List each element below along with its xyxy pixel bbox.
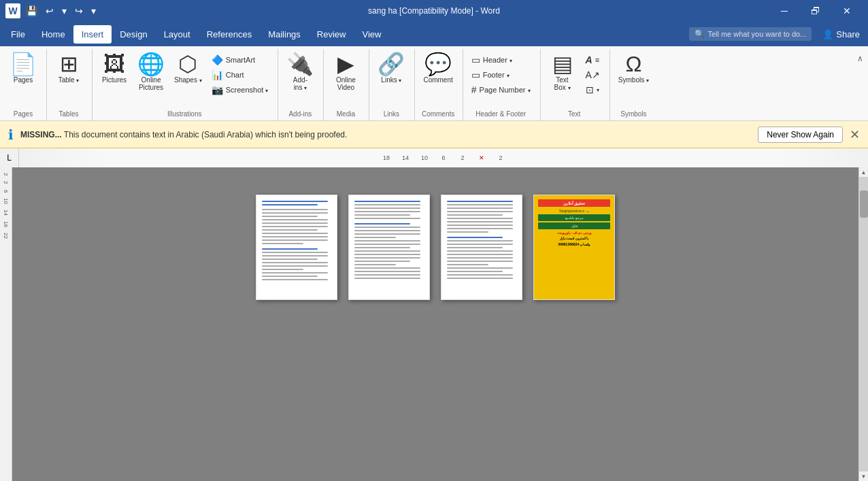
pages-items: 📄 Pages xyxy=(5,50,41,109)
pages-button[interactable]: 📄 Pages xyxy=(5,50,41,105)
addins-label: Add-ins ▾ xyxy=(293,76,307,91)
chart-button[interactable]: 📊 Chart xyxy=(207,68,273,82)
pictures-label: Pictures xyxy=(102,76,127,84)
never-show-again-button[interactable]: Never Show Again xyxy=(758,127,843,143)
share-button[interactable]: 👤 Share xyxy=(817,27,865,42)
shapes-label: Shapes ▾ xyxy=(174,76,202,84)
horizontal-ruler: 18 14 10 6 2 ✕ 2 xyxy=(19,148,868,167)
menu-home[interactable]: Home xyxy=(33,25,73,44)
document-content[interactable]: تحقیق آنلاین Tahghighonline.ir 🐱 مرجع دا… xyxy=(12,167,858,481)
page-number-icon: # xyxy=(471,84,477,95)
notification-message: This document contains text in Arabic (S… xyxy=(64,130,348,139)
addins-button[interactable]: 🔌 Add-ins ▾ xyxy=(282,50,318,105)
tell-me-search[interactable]: 🔍 Tell me what you want to do... xyxy=(689,27,812,41)
vertical-scrollbar[interactable]: ▲ ▼ xyxy=(858,167,868,481)
addins-icon: 🔌 xyxy=(286,53,314,75)
object-button[interactable]: ⊡ ▾ xyxy=(582,83,604,97)
comments-items: 💬 Comment xyxy=(419,50,456,109)
ruler-row: L 18 14 10 6 2 ✕ 2 xyxy=(0,148,868,167)
screenshot-icon: 📷 xyxy=(212,84,223,95)
undo-button[interactable]: ↩ xyxy=(43,4,56,18)
screenshot-button[interactable]: 📷 Screenshot ▾ xyxy=(207,83,273,97)
minimize-button[interactable]: ─ xyxy=(769,0,800,22)
redo-button[interactable]: ↪ xyxy=(72,4,86,18)
page-number-label: Page Number ▾ xyxy=(480,86,531,94)
online-video-icon: ▶ xyxy=(337,53,354,75)
dropcap-button[interactable]: A↗ xyxy=(582,68,604,82)
object-drop: ▾ xyxy=(597,87,599,93)
menu-review[interactable]: Review xyxy=(309,25,354,44)
hf-col: ▭ Header ▾ ▭ Footer ▾ # Page Number ▾ xyxy=(467,50,535,97)
notification-close-button[interactable]: ✕ xyxy=(850,127,860,142)
wordart-button[interactable]: A ≡ xyxy=(582,53,604,67)
menu-mailings[interactable]: Mailings xyxy=(260,25,309,44)
tables-items: ⊞ Table ▾ xyxy=(51,50,86,109)
scroll-down-button[interactable]: ▼ xyxy=(859,471,869,481)
ribbon-group-addins: 🔌 Add-ins ▾ Add-ins xyxy=(280,49,324,120)
links-group-label: Links xyxy=(373,109,409,120)
menu-file[interactable]: File xyxy=(3,25,33,44)
smartart-icon: 🔷 xyxy=(212,54,223,65)
ribbon-group-illustrations: 🖼 Pictures 🌐 OnlinePictures ⬡ Shapes ▾ 🔷… xyxy=(94,49,278,120)
window-title: sang ha [Compatibility Mode] - Word xyxy=(0,6,868,16)
pages-icon: 📄 xyxy=(10,53,37,75)
online-video-button[interactable]: ▶ OnlineVideo xyxy=(328,50,363,105)
search-placeholder: Tell me what you want to do... xyxy=(707,30,806,38)
tab-selector[interactable]: L xyxy=(0,148,19,167)
menu-design[interactable]: Design xyxy=(112,25,155,44)
header-footer-items: ▭ Header ▾ ▭ Footer ▾ # Page Number ▾ xyxy=(467,50,535,109)
shapes-button[interactable]: ⬡ Shapes ▾ xyxy=(170,50,206,105)
footer-label: Footer ▾ xyxy=(483,71,510,79)
page-3-thumbnail[interactable] xyxy=(441,195,522,300)
textbox-button[interactable]: ▤ TextBox ▾ xyxy=(545,50,580,105)
ribbon-collapse-button[interactable]: ∧ xyxy=(854,53,865,64)
scroll-thumb[interactable] xyxy=(860,190,868,218)
illustrations-items: 🖼 Pictures 🌐 OnlinePictures ⬡ Shapes ▾ 🔷… xyxy=(97,50,272,109)
close-button[interactable]: ✕ xyxy=(831,0,863,22)
menu-view[interactable]: View xyxy=(354,25,389,44)
restore-button[interactable]: 🗗 xyxy=(800,0,831,22)
quick-access-toolbar: W 💾 ↩ ▾ ↪ ▾ xyxy=(5,3,99,18)
header-button[interactable]: ▭ Header ▾ xyxy=(467,53,535,67)
ribbon: 📄 Pages Pages ⊞ Table ▾ Tables 🖼 Picture… xyxy=(0,46,868,121)
online-pictures-button[interactable]: 🌐 OnlinePictures xyxy=(133,50,169,105)
window-controls: ─ 🗗 ✕ xyxy=(769,0,863,22)
customize-dropdown[interactable]: ▾ xyxy=(88,4,99,18)
symbols-button[interactable]: Ω Symbols ▾ xyxy=(614,50,653,105)
online-pictures-label: OnlinePictures xyxy=(139,76,163,91)
ruler-numbers: 18 14 10 6 2 ✕ 2 xyxy=(24,154,863,161)
notification-bar: ℹ MISSING... This document contains text… xyxy=(0,121,868,148)
smartart-label: SmartArt xyxy=(226,56,255,64)
scroll-up-button[interactable]: ▲ xyxy=(859,167,869,177)
title-bar: W 💾 ↩ ▾ ↪ ▾ sang ha [Compatibility Mode]… xyxy=(0,0,868,22)
ribbon-group-comments: 💬 Comment Comments xyxy=(416,49,463,120)
save-button[interactable]: 💾 xyxy=(23,4,40,18)
footer-button[interactable]: ▭ Footer ▾ xyxy=(467,68,535,82)
table-button[interactable]: ⊞ Table ▾ xyxy=(51,50,86,105)
page-2-thumbnail[interactable] xyxy=(348,195,430,300)
page-number-button[interactable]: # Page Number ▾ xyxy=(467,83,535,97)
undo-dropdown[interactable]: ▾ xyxy=(59,4,69,18)
scroll-track[interactable] xyxy=(859,177,869,471)
menu-insert[interactable]: Insert xyxy=(73,25,112,44)
notification-prefix: MISSING... xyxy=(20,130,62,139)
ribbon-group-media: ▶ OnlineVideo Media xyxy=(325,49,369,120)
comment-button[interactable]: 💬 Comment xyxy=(419,50,456,105)
pictures-button[interactable]: 🖼 Pictures xyxy=(97,50,132,105)
menu-layout[interactable]: Layout xyxy=(156,25,199,44)
smartart-button[interactable]: 🔷 SmartArt xyxy=(207,53,273,67)
links-button[interactable]: 🔗 Links ▾ xyxy=(373,50,409,105)
word-icon: W xyxy=(5,3,20,18)
header-label: Header ▾ xyxy=(483,56,512,64)
ruler-num-2: 2 xyxy=(453,154,472,161)
comments-group-label: Comments xyxy=(419,109,456,120)
text-items: ▤ TextBox ▾ A ≡ A↗ ⊡ ▾ xyxy=(545,50,604,109)
media-group-label: Media xyxy=(328,109,363,120)
addins-group-label: Add-ins xyxy=(282,109,318,120)
menu-references[interactable]: References xyxy=(199,25,260,44)
page-4-thumbnail[interactable]: تحقیق آنلاین Tahghighonline.ir 🐱 مرجع دا… xyxy=(533,195,615,300)
page-1-thumbnail[interactable] xyxy=(256,195,337,300)
ruler-num-14: 14 xyxy=(396,154,415,161)
comment-label: Comment xyxy=(423,76,452,84)
ruler-num-18: 18 xyxy=(377,154,396,161)
